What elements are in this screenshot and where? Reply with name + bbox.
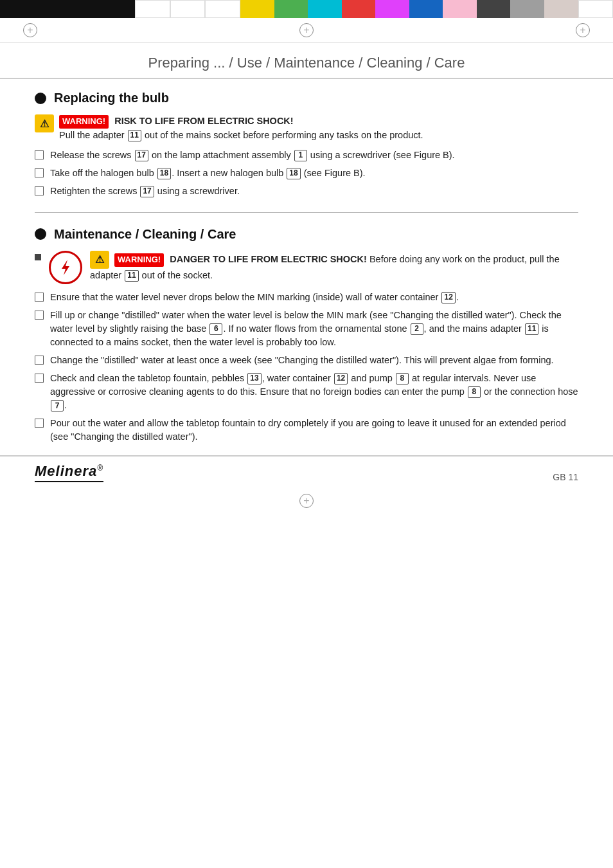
maint-step-4: Check and clean the tabletop fountain, p… — [35, 372, 578, 412]
reg-mark-bottom-center — [299, 494, 314, 508]
ref-18-1: 18 — [157, 168, 171, 179]
color-seg-17 — [544, 0, 578, 18]
color-seg-5 — [135, 0, 170, 18]
ref-17-1: 17 — [135, 150, 148, 161]
bulb-step-2-text: Take off the halogen bulb 18. Insert a n… — [50, 167, 578, 180]
bulb-step-2: Take off the halogen bulb 18. Insert a n… — [35, 167, 578, 180]
maint-step-4-text: Check and clean the tabletop fountain, p… — [50, 372, 578, 412]
ref-8-1: 8 — [396, 373, 409, 384]
bulb-step-3-text: Retighten the screws 17 using a screwdri… — [50, 185, 578, 198]
warning-label-maintenance: WARNING! — [114, 253, 164, 267]
checkbox-bulb-3 — [35, 186, 44, 195]
maint-step-1-text: Ensure that the water level never drops … — [50, 291, 578, 304]
bulb-step-1-text: Release the screws 17 on the lamp attach… — [50, 149, 578, 162]
color-seg-13 — [409, 0, 443, 18]
color-seg-16 — [510, 0, 544, 18]
checkbox-maint-1 — [35, 293, 44, 302]
color-seg-15 — [477, 0, 511, 18]
ref-17-2: 17 — [140, 186, 154, 197]
color-seg-4 — [102, 0, 136, 18]
ref-7: 7 — [51, 400, 64, 411]
checkbox-maint-2 — [35, 311, 44, 320]
maint-step-2-text: Fill up or change "distilled" water when… — [50, 309, 578, 349]
color-seg-10 — [308, 0, 342, 18]
bulb-step-3: Retighten the screws 17 using a screwdri… — [35, 185, 578, 198]
brand-reg: ® — [97, 464, 103, 473]
color-seg-9 — [274, 0, 308, 18]
top-reg-row — [0, 18, 613, 43]
warning-title-bulb: RISK TO LIFE FROM ELECTRIC SHOCK! — [114, 116, 293, 126]
sq-bullet-maintenance — [35, 254, 41, 260]
maintenance-warning-row: ⚠ WARNING! DANGER TO LIFE FROM ELECTRIC … — [35, 251, 578, 284]
checkbox-bulb-2 — [35, 168, 44, 177]
warning-icon-maintenance: ⚠ — [90, 251, 109, 269]
color-seg-18 — [578, 0, 613, 18]
checkbox-maint-5 — [35, 419, 44, 428]
checkbox-maint-4 — [35, 374, 44, 383]
warning-icon-bulb: ⚠ — [35, 114, 54, 132]
page-number: GB 11 — [553, 472, 578, 482]
ref-1-1: 1 — [294, 150, 307, 161]
ref-13: 13 — [247, 373, 261, 384]
checkbox-bulb-1 — [35, 150, 44, 159]
ref-12-2: 12 — [334, 373, 348, 384]
ref-11-2: 11 — [525, 323, 538, 335]
bullet-replacing-bulb — [35, 93, 46, 104]
color-seg-11 — [342, 0, 376, 18]
reg-mark-top-center — [299, 23, 314, 37]
maint-step-5-text: Pour out the water and allow the tableto… — [50, 417, 578, 444]
warning-label-bulb: WARNING! — [59, 115, 109, 129]
replacing-bulb-warning: ⚠ WARNING! RISK TO LIFE FROM ELECTRIC SH… — [35, 114, 578, 142]
maintenance-title: Maintenance / Cleaning / Care — [54, 227, 236, 242]
color-seg-8 — [240, 0, 274, 18]
color-seg-6 — [170, 0, 206, 18]
ref-2: 2 — [411, 323, 423, 335]
ref-6: 6 — [209, 323, 222, 335]
maintenance-heading: Maintenance / Cleaning / Care — [35, 227, 578, 242]
ref-18-2: 18 — [287, 168, 300, 179]
maint-step-1: Ensure that the water level never drops … — [35, 291, 578, 304]
section-divider — [35, 212, 578, 213]
lightning-icon — [49, 251, 82, 284]
ref-12-1: 12 — [441, 292, 455, 303]
svg-marker-0 — [62, 260, 69, 275]
color-seg-2 — [34, 0, 68, 18]
replacing-bulb-heading: Replacing the bulb — [35, 91, 578, 105]
color-seg-7 — [205, 0, 240, 18]
page-footer: Melinera® GB 11 — [0, 455, 613, 489]
maint-step-3: Change the "distilled" water at least on… — [35, 354, 578, 367]
color-bar — [0, 0, 613, 18]
bullet-maintenance — [35, 228, 46, 240]
main-content: Replacing the bulb ⚠ WARNING! RISK TO LI… — [0, 91, 613, 444]
color-seg-1 — [0, 0, 34, 18]
ref-11-1: 11 — [128, 130, 141, 141]
replacing-bulb-title: Replacing the bulb — [54, 91, 169, 105]
replacing-bulb-warning-text: WARNING! RISK TO LIFE FROM ELECTRIC SHOC… — [59, 114, 423, 142]
ref-11-maint: 11 — [125, 270, 138, 282]
bottom-reg-row — [0, 489, 613, 511]
bulb-step-1: Release the screws 17 on the lamp attach… — [35, 149, 578, 162]
color-seg-12 — [375, 0, 409, 18]
brand-logo: Melinera® — [35, 463, 103, 482]
ref-8-2: 8 — [468, 386, 481, 398]
maint-step-2: Fill up or change "distilled" water when… — [35, 309, 578, 349]
reg-mark-top-left — [23, 23, 37, 37]
reg-mark-top-right — [576, 23, 590, 37]
maint-step-5: Pour out the water and allow the tableto… — [35, 417, 578, 444]
warning-title-maintenance: DANGER TO LIFE FROM ELECTRIC SHOCK! — [170, 254, 367, 264]
checkbox-maint-3 — [35, 356, 44, 365]
brand-text: Melinera — [35, 463, 97, 479]
color-seg-14 — [443, 0, 477, 18]
maintenance-warning-text: ⚠ WARNING! DANGER TO LIFE FROM ELECTRIC … — [90, 251, 578, 282]
page-header: Preparing ... / Use / Maintenance / Clea… — [0, 43, 613, 79]
color-seg-3 — [67, 0, 102, 18]
maint-step-3-text: Change the "distilled" water at least on… — [50, 354, 578, 367]
